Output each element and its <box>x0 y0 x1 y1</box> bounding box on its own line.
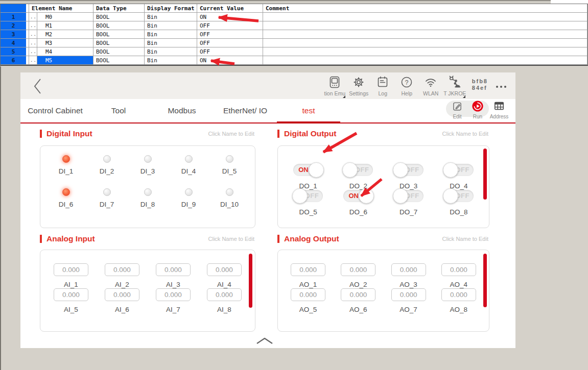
value-box[interactable]: 0.000 <box>291 288 325 301</box>
channel-label[interactable]: DI_2 <box>100 167 114 175</box>
display-format-cell[interactable]: Bin <box>145 39 197 47</box>
channel-label[interactable]: DI_4 <box>181 167 196 175</box>
channel-label[interactable]: AO_6 <box>349 306 367 313</box>
toolbar-item-help[interactable]: ?Help <box>395 75 419 96</box>
row-number-cell[interactable]: 1 <box>1 13 29 21</box>
value-box[interactable]: 0.000 <box>441 263 476 276</box>
display-format-cell[interactable]: Bin <box>145 21 197 30</box>
channel-label[interactable]: AO_8 <box>450 306 468 313</box>
run-button[interactable]: Run <box>467 99 488 119</box>
channel-label[interactable]: DI_3 <box>140 167 155 175</box>
channel-label[interactable]: AO_3 <box>399 281 417 288</box>
current-value-cell[interactable]: OFF <box>197 30 263 39</box>
channel-label[interactable]: DO_5 <box>299 208 317 216</box>
digital-output-scrollbar[interactable] <box>483 149 487 200</box>
toolbar-item-settings[interactable]: Settings <box>347 75 371 96</box>
value-box[interactable]: 0.000 <box>341 263 375 276</box>
back-button[interactable] <box>31 77 45 95</box>
ellipsis-cell[interactable]: ... <box>29 21 37 30</box>
data-type-cell[interactable]: BOOL <box>93 56 145 65</box>
row-number-cell[interactable]: 5 <box>1 47 29 56</box>
display-format-cell[interactable]: Bin <box>145 47 197 56</box>
current-value-cell[interactable]: OFF <box>197 39 263 47</box>
row-number-cell[interactable]: 4 <box>1 39 29 47</box>
data-type-cell[interactable]: BOOL <box>93 13 145 21</box>
ellipsis-cell[interactable]: ... <box>29 56 37 65</box>
row-number-cell[interactable]: 2 <box>1 21 29 30</box>
channel-label[interactable]: DO_6 <box>349 208 367 216</box>
tab-ethernet-io[interactable]: EtherNet/ IO <box>214 99 277 122</box>
channel-label[interactable]: AI_6 <box>115 306 129 313</box>
element-name-cell[interactable]: M1 <box>37 21 93 30</box>
toolbar-item-wlan[interactable]: WLAN <box>419 75 443 96</box>
comment-cell[interactable] <box>263 47 587 56</box>
element-name-cell[interactable]: M5 <box>37 56 93 65</box>
ellipsis-cell[interactable]: ... <box>29 39 37 47</box>
value-box[interactable]: 0.000 <box>291 263 325 276</box>
element-name-cell[interactable]: M3 <box>37 39 93 47</box>
element-name-cell[interactable]: M0 <box>37 13 93 21</box>
toggle-switch[interactable]: OFF <box>343 164 373 176</box>
value-box[interactable]: 0.000 <box>391 288 426 301</box>
tab-tool[interactable]: Tool <box>87 99 150 122</box>
tab-control-cabinet[interactable]: Control Cabinet <box>23 99 87 122</box>
edit-button[interactable]: Edit <box>447 99 467 119</box>
ellipsis-cell[interactable]: ... <box>29 30 37 39</box>
channel-label[interactable]: AO_1 <box>299 281 317 288</box>
tab-test[interactable]: test <box>277 99 340 122</box>
value-box[interactable]: 0.000 <box>441 288 476 301</box>
toggle-switch[interactable]: ON <box>343 190 373 202</box>
ellipsis-cell[interactable]: ... <box>29 13 37 21</box>
display-format-cell[interactable]: Bin <box>145 13 197 21</box>
comment-cell[interactable] <box>263 39 587 47</box>
toolbar-item-robot[interactable]: T JKROE <box>443 75 467 96</box>
channel-label[interactable]: DO_8 <box>450 208 467 216</box>
toggle-switch[interactable]: OFF <box>444 164 474 176</box>
channel-label[interactable]: AI_2 <box>115 281 129 288</box>
channel-label[interactable]: AO_7 <box>399 306 417 313</box>
current-value-cell[interactable]: OFF <box>197 47 263 56</box>
comment-cell[interactable] <box>263 13 587 21</box>
analog-input-scrollbar[interactable] <box>249 254 252 308</box>
data-type-cell[interactable]: BOOL <box>93 21 145 30</box>
comment-cell[interactable] <box>263 21 587 30</box>
display-format-cell[interactable]: Bin <box>145 30 197 39</box>
channel-label[interactable]: DO_7 <box>399 208 417 216</box>
channel-label[interactable]: AI_4 <box>217 281 231 288</box>
toggle-switch[interactable]: OFF <box>394 190 424 202</box>
value-box[interactable]: 0.000 <box>391 263 426 276</box>
collapse-panel-button[interactable] <box>254 336 275 347</box>
data-type-cell[interactable]: BOOL <box>93 30 145 39</box>
channel-label[interactable]: DI_10 <box>220 201 239 208</box>
element-name-cell[interactable]: M4 <box>37 47 93 56</box>
channel-label[interactable]: AI_8 <box>217 306 231 313</box>
current-value-cell[interactable]: ON <box>197 56 263 65</box>
address-button[interactable]: Address <box>489 99 509 119</box>
channel-label[interactable]: AO_2 <box>349 281 367 288</box>
row-number-cell[interactable]: 6 <box>1 56 29 65</box>
toggle-switch[interactable]: OFF <box>444 190 474 202</box>
more-button[interactable] <box>496 86 506 88</box>
comment-cell[interactable] <box>263 56 587 65</box>
toggle-switch[interactable]: OFF <box>293 190 323 202</box>
ellipsis-cell[interactable]: ... <box>29 47 37 56</box>
channel-label[interactable]: AI_3 <box>166 281 180 288</box>
channel-label[interactable]: DI_9 <box>181 201 196 208</box>
channel-label[interactable]: AO_5 <box>299 306 317 313</box>
current-value-cell[interactable]: OFF <box>197 21 263 30</box>
data-type-cell[interactable]: BOOL <box>93 47 145 56</box>
value-box[interactable]: 0.000 <box>341 288 375 301</box>
channel-label[interactable]: DI_5 <box>222 167 237 175</box>
channel-label[interactable]: AI_7 <box>166 306 180 313</box>
current-value-cell[interactable]: ON <box>197 13 263 21</box>
channel-label[interactable]: DI_8 <box>140 201 155 208</box>
channel-label[interactable]: AO_4 <box>450 281 468 288</box>
element-name-cell[interactable]: M2 <box>37 30 93 39</box>
toolbar-item-log[interactable]: Log <box>371 75 395 96</box>
channel-label[interactable]: DI_6 <box>59 201 74 208</box>
display-format-cell[interactable]: Bin <box>145 56 197 65</box>
toggle-switch[interactable]: OFF <box>394 164 424 176</box>
channel-label[interactable]: AI_5 <box>64 306 78 313</box>
toolbar-item-station-emulator[interactable]: tion Emu <box>323 75 347 96</box>
data-type-cell[interactable]: BOOL <box>93 39 145 47</box>
